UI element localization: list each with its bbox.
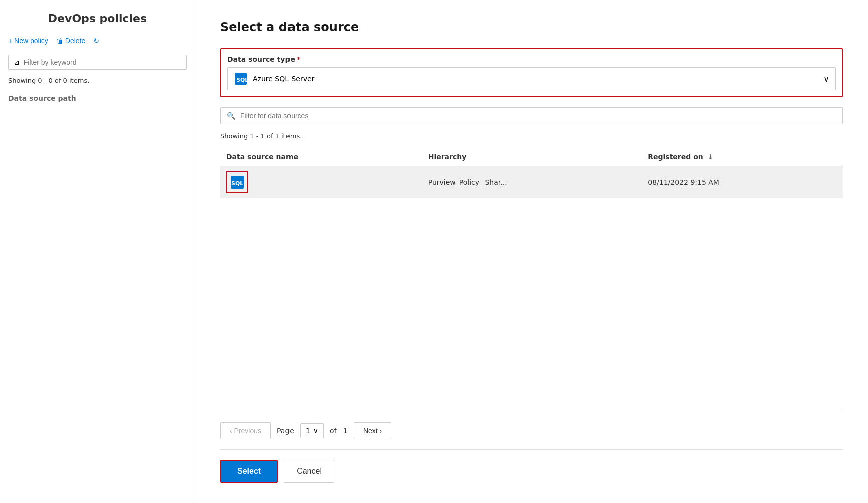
- dropdown-chevron-icon: ∨: [823, 74, 829, 84]
- current-page: 1: [306, 427, 310, 435]
- bottom-section: ‹ Previous Page 1 ∨ of 1 Next › Select C…: [220, 412, 843, 483]
- svg-text:SQL: SQL: [231, 180, 243, 187]
- data-source-table: Data source name Hierarchy Registered on…: [220, 148, 843, 198]
- next-button[interactable]: Next ›: [354, 422, 391, 439]
- selected-type-label: Azure SQL Server: [253, 75, 314, 83]
- showing-items-text: Showing 1 - 1 of 1 items.: [220, 132, 843, 140]
- action-row: Select Cancel: [220, 449, 843, 483]
- data-source-table-section: Data source name Hierarchy Registered on…: [220, 148, 843, 402]
- page-label: Page: [277, 427, 294, 435]
- filter-search-input[interactable]: [240, 112, 836, 120]
- cancel-button[interactable]: Cancel: [284, 460, 334, 483]
- filter-icon: ⊿: [14, 58, 20, 66]
- row-name-cell: SQL: [220, 166, 422, 199]
- new-policy-button[interactable]: + New policy: [8, 37, 48, 45]
- data-source-path-label: Data source path: [8, 94, 187, 102]
- azure-sql-icon: SQL: [234, 72, 248, 86]
- select-button[interactable]: Select: [220, 460, 278, 483]
- refresh-icon[interactable]: ↻: [93, 37, 99, 45]
- type-section-label: Data source type*: [227, 55, 836, 63]
- dialog-title: Select a data source: [220, 20, 843, 34]
- filter-search[interactable]: 🔍: [220, 107, 843, 124]
- row-registered-cell: 08/11/2022 9:15 AM: [642, 166, 843, 199]
- delete-icon: 🗑: [56, 37, 63, 45]
- sidebar-showing-text: Showing 0 - 0 of 0 items.: [8, 77, 187, 84]
- main-dialog: Select a data source Data source type* S…: [195, 0, 868, 503]
- svg-text:SQL: SQL: [236, 77, 248, 83]
- page-dropdown-chevron-icon: ∨: [313, 427, 318, 435]
- col-header-hierarchy: Hierarchy: [422, 148, 642, 166]
- row-sql-icon: SQL: [226, 171, 248, 193]
- page-select-dropdown[interactable]: 1 ∨: [300, 423, 324, 438]
- sidebar-actions: + New policy 🗑 Delete ↻: [8, 37, 187, 45]
- delete-button[interactable]: 🗑 Delete: [56, 37, 85, 45]
- col-header-name: Data source name: [220, 148, 422, 166]
- row-hierarchy-cell: Purview_Policy _Shar...: [422, 166, 642, 199]
- table-row[interactable]: SQL Purview_Policy _Shar... 08/11/2022 9…: [220, 166, 843, 199]
- data-source-type-section: Data source type* SQL Azure SQL Server ∨: [220, 48, 843, 97]
- of-total-text: of 1: [330, 427, 348, 435]
- previous-button[interactable]: ‹ Previous: [220, 422, 271, 439]
- sidebar-title: DevOps policies: [8, 12, 187, 25]
- search-icon: 🔍: [227, 112, 235, 120]
- filter-input[interactable]: [24, 58, 181, 66]
- pagination-bar: ‹ Previous Page 1 ∨ of 1 Next ›: [220, 412, 843, 449]
- col-header-registered[interactable]: Registered on ↓: [642, 148, 843, 166]
- required-star: *: [297, 55, 300, 63]
- sidebar-filter[interactable]: ⊿: [8, 55, 187, 70]
- sort-arrow-icon: ↓: [708, 153, 714, 161]
- sidebar: DevOps policies + New policy 🗑 Delete ↻ …: [0, 0, 195, 503]
- type-dropdown[interactable]: SQL Azure SQL Server ∨: [227, 67, 836, 90]
